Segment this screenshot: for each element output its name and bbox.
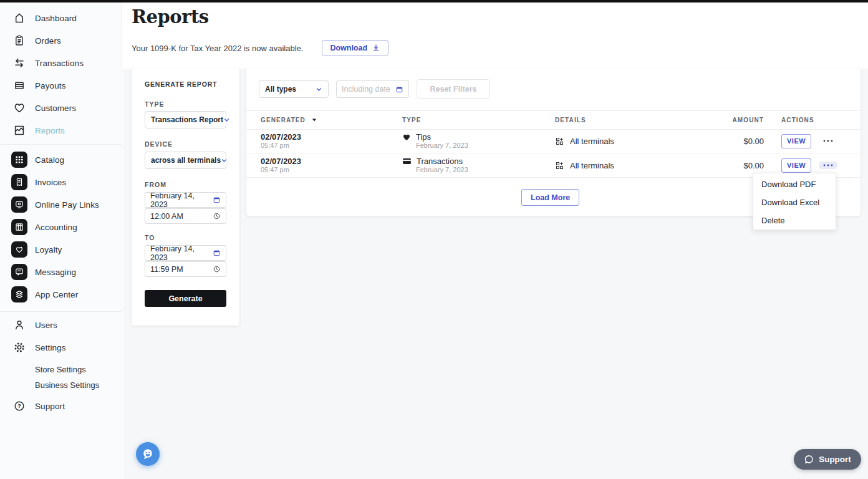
sidebar-item-reports[interactable]: Reports	[0, 119, 122, 142]
sidebar-item-label: Orders	[35, 36, 61, 46]
sidebar-item-payouts[interactable]: Payouts	[0, 74, 122, 97]
sidebar-item-app-center[interactable]: App Center	[0, 283, 122, 306]
view-report-button[interactable]: VIEW	[781, 158, 811, 173]
actions-cell: VIEW	[779, 134, 861, 148]
sidebar-item-catalog[interactable]: Catalog	[0, 148, 122, 171]
sidebar-item-accounting[interactable]: Accounting	[0, 216, 122, 238]
terminals-grid-icon	[555, 137, 564, 146]
sidebar-item-support[interactable]: ? Support	[0, 395, 122, 417]
from-date-input[interactable]: February 14, 2023	[145, 192, 226, 208]
sidebar-item-label: Transactions	[35, 59, 84, 68]
to-field-label: TO	[145, 234, 226, 241]
sidebar-item-label: Users	[35, 321, 57, 330]
sort-desc-icon	[312, 117, 317, 123]
column-header-amount: AMOUNT	[698, 117, 779, 123]
calendar-icon	[213, 249, 221, 257]
svg-text:?: ?	[17, 402, 21, 409]
sidebar-item-settings[interactable]: Settings	[0, 336, 122, 359]
loyalty-app-icon	[11, 241, 27, 258]
clipboard-icon	[12, 34, 26, 47]
sidebar-item-label: Invoices	[35, 178, 66, 187]
download-1099k-button[interactable]: Download	[322, 40, 388, 56]
report-type-value: Transactions Report	[151, 115, 223, 124]
chevron-down-icon	[316, 86, 322, 93]
chat-widget-button[interactable]	[136, 442, 160, 466]
sidebar-divider	[0, 144, 122, 145]
generated-cell: 02/07/2023 05:47 pm	[246, 157, 402, 174]
sidebar-item-label: Accounting	[35, 223, 77, 232]
chart-icon	[12, 123, 26, 137]
catalog-app-icon	[11, 152, 27, 168]
tax-notice-row: Your 1099-K for Tax Year 2022 is now ava…	[132, 39, 388, 57]
generate-button[interactable]: Generate	[145, 290, 226, 307]
sidebar-item-orders[interactable]: Orders	[0, 29, 122, 52]
download-button-label: Download	[330, 44, 367, 52]
support-pill-label: Support	[819, 455, 851, 464]
from-time-input[interactable]: 12:00 AM	[145, 208, 226, 224]
card-icon	[402, 157, 412, 165]
table-row: 02/07/2023 05:47 pm Tips February 7, 202…	[246, 129, 861, 153]
view-report-button[interactable]: VIEW	[781, 134, 811, 148]
row-menu-button[interactable]	[819, 137, 837, 145]
menu-item-download-pdf[interactable]: Download PDF	[753, 175, 836, 193]
sidebar-item-customers[interactable]: Customers	[0, 97, 122, 119]
type-cell: Transactions February 7, 2023	[402, 157, 555, 174]
from-date-value: February 14, 2023	[150, 191, 213, 209]
date-filter-input[interactable]: Including date	[336, 80, 409, 98]
sidebar-item-users[interactable]: Users	[0, 314, 122, 336]
chevron-down-icon	[221, 157, 228, 164]
sidebar-item-store-settings[interactable]: Store Settings	[0, 362, 122, 377]
row-menu-button-open[interactable]	[819, 162, 837, 169]
support-chat-button[interactable]: Support	[794, 449, 861, 470]
device-field-label: DEVICE	[145, 140, 226, 148]
sidebar-item-business-settings[interactable]: Business Settings	[0, 377, 122, 393]
row-actions-menu: Download PDF Download Excel Delete	[753, 173, 836, 230]
to-date-value: February 14, 2023	[150, 244, 213, 262]
gear-icon	[12, 341, 26, 354]
amount-cell: $0.00	[698, 137, 779, 146]
sidebar-apps-group: Catalog Invoices Online Pay Links Accoun…	[0, 148, 122, 306]
menu-item-delete[interactable]: Delete	[753, 211, 836, 230]
main-header	[123, 2, 868, 69]
details-cell: All terminals	[555, 161, 698, 170]
reset-filters-button[interactable]: Reset Filters	[417, 79, 490, 99]
sidebar-item-label: Customers	[35, 104, 76, 113]
type-field-label: TYPE	[145, 100, 226, 108]
type-filter-select[interactable]: All types	[259, 80, 329, 98]
menu-item-download-excel[interactable]: Download Excel	[753, 193, 836, 211]
load-more-button[interactable]: Load More	[521, 189, 579, 206]
sidebar-item-dashboard[interactable]: Dashboard	[0, 7, 122, 29]
from-time-value: 12:00 AM	[150, 212, 183, 221]
type-filter-value: All types	[265, 85, 296, 94]
to-date-input[interactable]: February 14, 2023	[145, 245, 226, 261]
stacked-cash-icon	[12, 79, 26, 92]
sidebar-item-loyalty[interactable]: Loyalty	[0, 238, 122, 261]
swap-arrows-icon	[12, 56, 26, 70]
app-center-app-icon	[11, 286, 27, 302]
clock-icon	[213, 265, 221, 273]
type-cell: Tips February 7, 2023	[402, 132, 555, 150]
column-header-generated[interactable]: GENERATED	[246, 117, 402, 123]
sidebar-item-online-pay-links[interactable]: Online Pay Links	[0, 193, 122, 216]
details-cell: All terminals	[555, 137, 698, 146]
sidebar-item-label: Dashboard	[35, 14, 77, 23]
messaging-app-icon	[11, 264, 27, 280]
to-time-input[interactable]: 11:59 PM	[145, 261, 226, 277]
report-type-select[interactable]: Transactions Report	[145, 111, 226, 128]
sidebar-item-label: Messaging	[35, 268, 76, 277]
from-field-label: FROM	[145, 181, 226, 188]
calendar-icon	[395, 85, 403, 94]
sidebar: Dashboard Orders Transactions Payouts Cu…	[0, 2, 122, 479]
sidebar-item-transactions[interactable]: Transactions	[0, 52, 122, 74]
actions-cell: VIEW	[779, 158, 861, 173]
terminals-grid-icon	[555, 161, 564, 170]
column-header-details: DETAILS	[555, 117, 698, 123]
table-header-row: GENERATED TYPE DETAILS AMOUNT ACTIONS	[246, 110, 861, 129]
generate-report-title: GENERATE REPORT	[145, 80, 226, 88]
device-value: across all terminals	[151, 156, 221, 165]
device-select[interactable]: across all terminals	[145, 152, 226, 169]
sidebar-item-messaging[interactable]: Messaging	[0, 261, 122, 283]
tax-notice-text: Your 1099-K for Tax Year 2022 is now ava…	[132, 44, 303, 53]
sidebar-item-invoices[interactable]: Invoices	[0, 171, 122, 193]
heart-filled-icon	[402, 133, 411, 142]
